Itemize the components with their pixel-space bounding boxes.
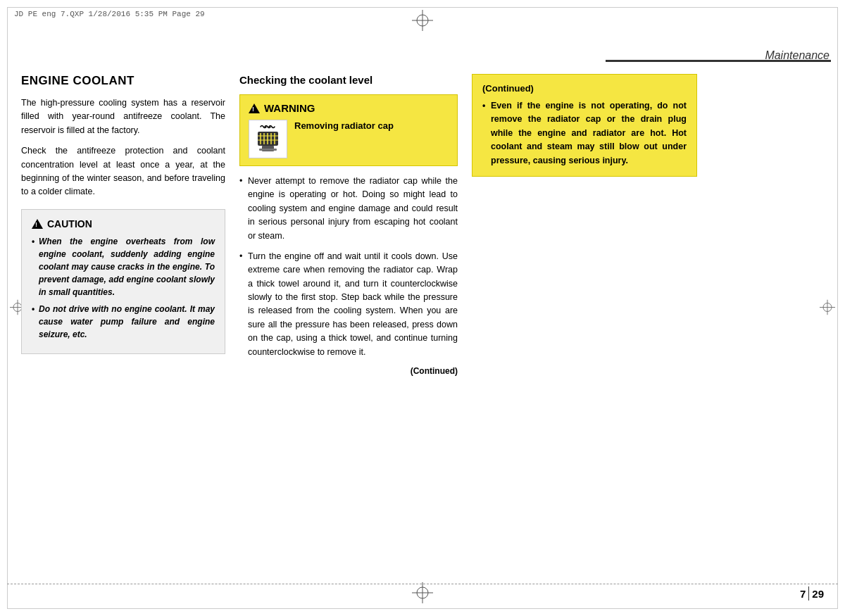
warning-header: WARNING	[249, 102, 449, 114]
svg-rect-18	[259, 149, 277, 151]
radiator-cap-warning-icon	[252, 123, 284, 155]
warning-text: Removing radiator cap	[294, 120, 394, 132]
right-item-1: Even if the engine is not operating, do …	[482, 99, 687, 168]
engine-coolant-title: ENGINE COOLANT	[21, 74, 225, 88]
page-number: 29	[812, 588, 824, 600]
intro-paragraph-1: The high-pressure cooling system has a r…	[21, 96, 225, 137]
caution-item-1: When the engine overheats from low engin…	[32, 235, 215, 298]
right-column: (Continued) Even if the engine is not op…	[472, 74, 697, 177]
header-meta: JD PE eng 7.QXP 1/28/2016 5:35 PM Page 2…	[14, 10, 205, 18]
main-content: ENGINE COOLANT The high-pressure cooling…	[21, 74, 831, 574]
middle-column: Checking the coolant level WARNING	[239, 74, 458, 376]
caution-header: CAUTION	[32, 218, 215, 230]
checking-title: Checking the coolant level	[239, 74, 458, 86]
section-title: Maintenance	[765, 49, 830, 62]
crosshair-bottom-icon	[412, 582, 433, 605]
middle-item-2: Turn the engine off and wait until it co…	[239, 250, 458, 359]
warning-icon-box	[249, 120, 287, 158]
page-section: 7	[800, 588, 806, 600]
right-warning-box: (Continued) Even if the engine is not op…	[472, 74, 697, 177]
warning-box: WARNING	[239, 94, 458, 166]
warning-title: WARNING	[264, 102, 315, 114]
right-items-list: Even if the engine is not operating, do …	[482, 99, 687, 168]
caution-list: When the engine overheats from low engin…	[32, 235, 215, 341]
intro-paragraph-2: Check the antifreeze protection and cool…	[21, 144, 225, 199]
left-column: ENGINE COOLANT The high-pressure cooling…	[21, 74, 225, 354]
caution-triangle-icon	[32, 219, 43, 229]
page-divider	[808, 586, 809, 601]
page-numbers: 7 29	[800, 586, 824, 601]
middle-items-list: Never attempt to remove the radiator cap…	[239, 175, 458, 359]
warning-content: Removing radiator cap	[249, 120, 449, 158]
caution-title: CAUTION	[47, 218, 92, 230]
continued-bottom: (Continued)	[239, 366, 458, 376]
continued-top: (Continued)	[482, 83, 687, 94]
caution-item-2: Do not drive with no engine coolant. It …	[32, 303, 215, 341]
crosshair-top-icon	[412, 10, 433, 33]
warning-triangle-icon	[249, 103, 260, 113]
caution-box: CAUTION When the engine overheats from l…	[21, 209, 225, 354]
middle-item-1: Never attempt to remove the radiator cap…	[239, 175, 458, 243]
